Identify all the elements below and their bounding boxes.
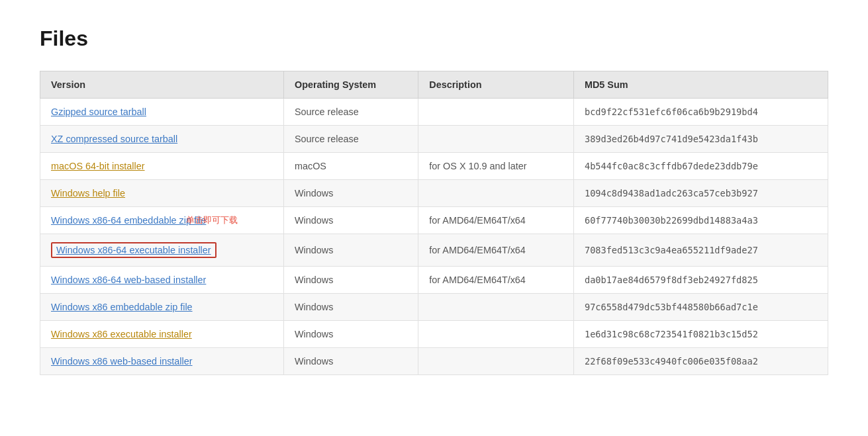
table-row-version[interactable]: Windows x86-64 embeddable zip file单击即可下载: [40, 207, 284, 234]
table-row-md5: da0b17ae84d6579f8df3eb24927fd825: [573, 267, 828, 294]
table-body: Gzipped source tarballSource releasebcd9…: [40, 99, 828, 375]
col-version: Version: [40, 71, 284, 99]
table-row-version[interactable]: macOS 64-bit installer: [40, 153, 284, 180]
version-link[interactable]: Windows x86-64 web-based installer: [51, 275, 206, 285]
table-row-description: for AMD64/EM64T/x64: [418, 234, 574, 267]
page-title: Files: [40, 26, 828, 51]
table-row-md5: 7083fed513c3c9a4ea655211df9ade27: [573, 234, 828, 267]
table-row-os: Source release: [283, 126, 418, 153]
table-row-description: [418, 99, 574, 126]
table-row-description: [418, 348, 574, 375]
version-link[interactable]: Windows x86 executable installer: [51, 329, 192, 339]
table-row-description: [418, 321, 574, 348]
version-link[interactable]: Windows x86-64 executable installer: [51, 242, 217, 258]
table-row-version[interactable]: Windows x86 executable installer: [40, 321, 284, 348]
files-table: Version Operating System Description MD5…: [40, 71, 828, 375]
table-row-os: Windows: [283, 294, 418, 321]
version-link[interactable]: XZ compressed source tarball: [51, 134, 177, 144]
table-row-description: for OS X 10.9 and later: [418, 153, 574, 180]
table-row-os: Source release: [283, 99, 418, 126]
table-row-version[interactable]: Windows x86 embeddable zip file: [40, 294, 284, 321]
table-row-md5: 1e6d31c98c68c723541f0821b3c15d52: [573, 321, 828, 348]
version-link[interactable]: Windows x86 embeddable zip file: [51, 302, 193, 312]
table-row-os: Windows: [283, 321, 418, 348]
table-row-os: macOS: [283, 153, 418, 180]
col-os: Operating System: [283, 71, 418, 99]
table-row-md5: bcd9f22cf531efc6f06ca6b9b2919bd4: [573, 99, 828, 126]
table-row-os: Windows: [283, 180, 418, 207]
table-row-os: Windows: [283, 267, 418, 294]
table-row-md5: 1094c8d9438ad1adc263ca57ceb3b927: [573, 180, 828, 207]
table-row-md5: 60f77740b30030b22699dbd14883a4a3: [573, 207, 828, 234]
table-row-version[interactable]: XZ compressed source tarball: [40, 126, 284, 153]
table-row-md5: 389d3ed26b4d97c741d9e5423da1f43b: [573, 126, 828, 153]
table-row-os: Windows: [283, 348, 418, 375]
col-description: Description: [418, 71, 574, 99]
table-row-description: [418, 126, 574, 153]
version-link[interactable]: macOS 64-bit installer: [51, 161, 145, 171]
version-link[interactable]: Gzipped source tarball: [51, 107, 146, 117]
table-row-version[interactable]: Windows help file: [40, 180, 284, 207]
table-row-md5: 97c6558d479dc53bf448580b66ad7c1e: [573, 294, 828, 321]
table-row-version[interactable]: Windows x86-64 executable installer: [40, 234, 284, 267]
table-row-version[interactable]: Gzipped source tarball: [40, 99, 284, 126]
table-row-os: Windows: [283, 234, 418, 267]
table-row-description: [418, 180, 574, 207]
table-row-version[interactable]: Windows x86-64 web-based installer: [40, 267, 284, 294]
table-row-description: for AMD64/EM64T/x64: [418, 267, 574, 294]
table-row-md5: 4b544fc0ac8c3cffdb67dede23ddb79e: [573, 153, 828, 180]
version-link[interactable]: Windows x86-64 embeddable zip file: [51, 215, 206, 226]
table-row-description: for AMD64/EM64T/x64: [418, 207, 574, 234]
table-header: Version Operating System Description MD5…: [40, 71, 828, 99]
version-link[interactable]: Windows x86 web-based installer: [51, 356, 193, 367]
table-row-version[interactable]: Windows x86 web-based installer: [40, 348, 284, 375]
table-row-description: [418, 294, 574, 321]
table-row-os: Windows: [283, 207, 418, 234]
table-row-md5: 22f68f09e533c4940fc006e035f08aa2: [573, 348, 828, 375]
version-link[interactable]: Windows help file: [51, 188, 125, 198]
col-md5: MD5 Sum: [573, 71, 828, 99]
